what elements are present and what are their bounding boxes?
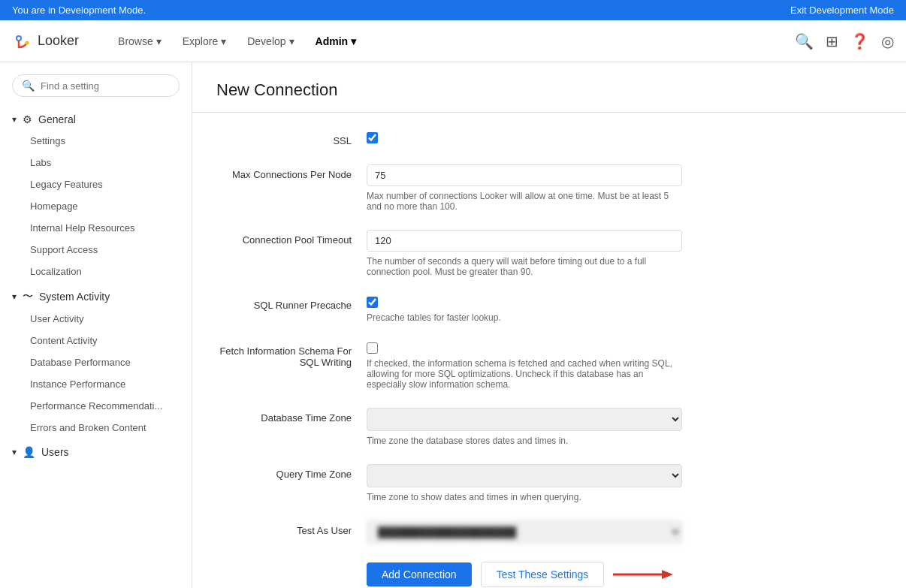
query-timezone-control: Time zone to show dates and times in whe… bbox=[367, 464, 844, 502]
page-title: New Connection bbox=[192, 62, 906, 113]
sql-runner-precache-row: SQL Runner Precache Precache tables for … bbox=[216, 295, 844, 323]
search-input[interactable] bbox=[41, 80, 170, 92]
sidebar-group-general: ▾ ⚙ General Settings Labs Legacy Feature… bbox=[0, 109, 192, 282]
svg-point-2 bbox=[26, 41, 29, 44]
database-timezone-label: Database Time Zone bbox=[216, 408, 367, 424]
ssl-row: SSL bbox=[216, 131, 844, 146]
button-row: Add Connection Test These Settings bbox=[367, 562, 844, 587]
query-timezone-row: Query Time Zone Time zone to show dates … bbox=[216, 464, 844, 502]
exit-dev-mode-button[interactable]: Exit Development Mode bbox=[790, 5, 894, 16]
sidebar-item-database-performance[interactable]: Database Performance bbox=[0, 351, 192, 373]
connection-pool-timeout-label: Connection Pool Timeout bbox=[216, 230, 367, 246]
sidebar-item-labs[interactable]: Labs bbox=[0, 152, 192, 173]
sidebar-item-performance-recommendations[interactable]: Performance Recommendati... bbox=[0, 395, 192, 417]
connection-pool-timeout-input[interactable] bbox=[367, 230, 682, 252]
dev-banner: You are in Development Mode. Exit Develo… bbox=[0, 0, 906, 20]
right-arrow-icon bbox=[613, 565, 673, 583]
nav-browse[interactable]: Browse ▾ bbox=[109, 29, 171, 53]
sql-runner-precache-checkbox[interactable] bbox=[367, 297, 378, 308]
test-settings-button[interactable]: Test These Settings bbox=[481, 562, 605, 587]
database-timezone-help: Time zone the database stores dates and … bbox=[367, 436, 682, 446]
query-timezone-select[interactable] bbox=[367, 464, 682, 487]
chevron-right-icon: ▾ bbox=[12, 447, 17, 457]
sidebar-group-general-header[interactable]: ▾ ⚙ General bbox=[0, 109, 192, 130]
sidebar-item-legacy-features[interactable]: Legacy Features bbox=[0, 173, 192, 195]
logo[interactable]: Looker bbox=[12, 31, 79, 52]
add-connection-button[interactable]: Add Connection bbox=[367, 562, 472, 586]
sidebar-item-homepage[interactable]: Homepage bbox=[0, 195, 192, 217]
page-layout: 🔍 ▾ ⚙ General Settings Labs Legacy Featu… bbox=[0, 62, 906, 588]
sidebar-group-system-activity: ▾ 〜 System Activity User Activity Conten… bbox=[0, 285, 192, 439]
ssl-label: SSL bbox=[216, 131, 367, 146]
test-as-user-label: Test As User bbox=[216, 520, 367, 536]
chevron-down-icon: ▾ bbox=[156, 35, 162, 47]
logo-text: Looker bbox=[38, 33, 79, 49]
gear-icon: ⚙ bbox=[23, 113, 32, 125]
test-as-user-row: Test As User ████████████████████ bbox=[216, 520, 844, 544]
chart-icon: 〜 bbox=[23, 290, 33, 303]
nav-actions: 🔍 ⊞ ❓ ◎ bbox=[795, 32, 894, 50]
chevron-down-icon: ▾ bbox=[221, 35, 226, 47]
arrow-indicator bbox=[613, 565, 673, 583]
sidebar-search-container: 🔍 bbox=[12, 74, 180, 97]
circle-icon[interactable]: ◎ bbox=[881, 32, 894, 50]
max-connections-help: Max number of connections Looker will al… bbox=[367, 191, 682, 212]
database-timezone-select[interactable] bbox=[367, 408, 682, 431]
query-timezone-help: Time zone to show dates and times in whe… bbox=[367, 492, 682, 502]
grid-icon[interactable]: ⊞ bbox=[826, 32, 838, 50]
sidebar-group-system-activity-header[interactable]: ▾ 〜 System Activity bbox=[0, 285, 192, 308]
nav-admin[interactable]: Admin ▾ bbox=[307, 29, 366, 53]
svg-marker-4 bbox=[662, 570, 673, 579]
help-icon[interactable]: ❓ bbox=[850, 32, 869, 50]
ssl-control bbox=[367, 131, 844, 143]
svg-point-1 bbox=[17, 37, 20, 40]
sidebar-item-settings[interactable]: Settings bbox=[0, 130, 192, 152]
max-connections-control: Max number of connections Looker will al… bbox=[367, 164, 844, 212]
sidebar: 🔍 ▾ ⚙ General Settings Labs Legacy Featu… bbox=[0, 62, 192, 588]
sql-runner-precache-label: SQL Runner Precache bbox=[216, 295, 367, 311]
form-section: SSL Max Connections Per Node Max number … bbox=[192, 113, 868, 588]
fetch-info-schema-checkbox[interactable] bbox=[367, 342, 378, 354]
main-content: New Connection SSL Max Connections Per N… bbox=[192, 62, 906, 588]
database-timezone-control: Time zone the database stores dates and … bbox=[367, 408, 844, 446]
sidebar-item-support-access[interactable]: Support Access bbox=[0, 239, 192, 261]
max-connections-label: Max Connections Per Node bbox=[216, 164, 367, 180]
nav-explore[interactable]: Explore ▾ bbox=[174, 29, 235, 53]
sql-runner-precache-help: Precache tables for faster lookup. bbox=[367, 312, 682, 323]
nav-develop[interactable]: Develop ▾ bbox=[238, 29, 303, 53]
test-as-user-select[interactable]: ████████████████████ bbox=[367, 520, 682, 544]
connection-pool-timeout-control: The number of seconds a query will wait … bbox=[367, 230, 844, 277]
query-timezone-label: Query Time Zone bbox=[216, 464, 367, 480]
users-icon: 👤 bbox=[23, 446, 35, 458]
looker-logo-icon bbox=[12, 31, 33, 52]
chevron-down-icon: ▾ bbox=[289, 35, 294, 47]
fetch-info-schema-row: Fetch Information Schema For SQL Writing… bbox=[216, 341, 844, 390]
dev-banner-message: You are in Development Mode. bbox=[12, 5, 146, 16]
connection-pool-timeout-row: Connection Pool Timeout The number of se… bbox=[216, 230, 844, 277]
database-timezone-row: Database Time Zone Time zone the databas… bbox=[216, 408, 844, 446]
max-connections-input[interactable] bbox=[367, 164, 682, 186]
chevron-down-icon: ▾ bbox=[12, 291, 17, 302]
sidebar-group-users: ▾ 👤 Users bbox=[0, 442, 192, 463]
sidebar-item-user-activity[interactable]: User Activity bbox=[0, 308, 192, 330]
connection-pool-timeout-help: The number of seconds a query will wait … bbox=[367, 256, 682, 277]
sql-runner-precache-control: Precache tables for faster lookup. bbox=[367, 295, 844, 323]
sidebar-item-instance-performance[interactable]: Instance Performance bbox=[0, 373, 192, 395]
test-as-user-control: ████████████████████ bbox=[367, 520, 844, 544]
fetch-info-schema-help: If checked, the information schema is fe… bbox=[367, 358, 682, 390]
sidebar-item-localization[interactable]: Localization bbox=[0, 261, 192, 282]
top-nav: Looker Browse ▾ Explore ▾ Develop ▾ Admi… bbox=[0, 20, 906, 62]
ssl-checkbox[interactable] bbox=[367, 132, 378, 143]
sidebar-item-errors-broken[interactable]: Errors and Broken Content bbox=[0, 417, 192, 439]
max-connections-row: Max Connections Per Node Max number of c… bbox=[216, 164, 844, 212]
fetch-info-schema-control: If checked, the information schema is fe… bbox=[367, 341, 844, 390]
sidebar-item-content-activity[interactable]: Content Activity bbox=[0, 330, 192, 351]
search-icon[interactable]: 🔍 bbox=[795, 32, 814, 50]
chevron-down-icon: ▾ bbox=[12, 114, 17, 125]
nav-links: Browse ▾ Explore ▾ Develop ▾ Admin ▾ bbox=[109, 29, 795, 53]
fetch-info-schema-label: Fetch Information Schema For SQL Writing bbox=[216, 341, 367, 368]
sidebar-item-internal-help[interactable]: Internal Help Resources bbox=[0, 217, 192, 239]
sidebar-group-users-header[interactable]: ▾ 👤 Users bbox=[0, 442, 192, 463]
chevron-down-icon: ▾ bbox=[351, 35, 356, 47]
search-icon: 🔍 bbox=[22, 80, 35, 92]
